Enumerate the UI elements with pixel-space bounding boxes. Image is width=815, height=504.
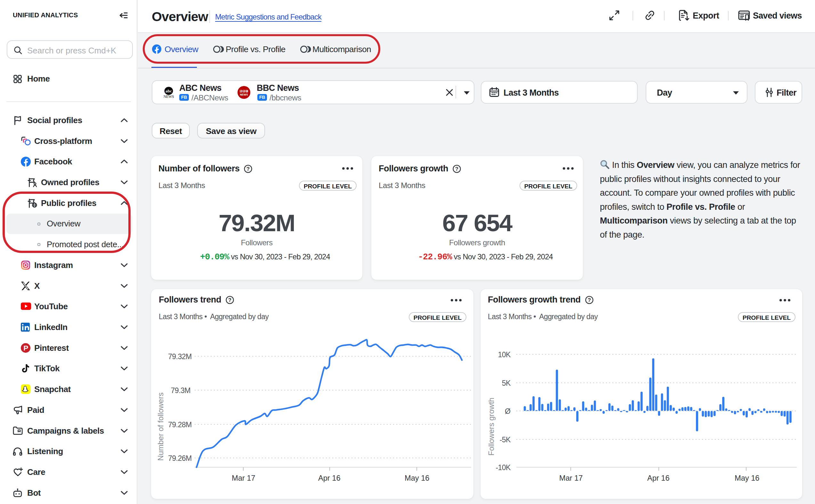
svg-text:?: ? [247,166,250,172]
svg-text:abc: abc [165,89,172,93]
svg-text:NEWS: NEWS [240,93,248,96]
svg-text:?: ? [455,166,458,172]
svg-text:B: B [243,90,245,92]
svg-text:B: B [240,90,242,92]
svg-text:NEWS: NEWS [163,94,174,99]
svg-text:P: P [23,344,28,352]
svg-text:C: C [246,90,248,92]
